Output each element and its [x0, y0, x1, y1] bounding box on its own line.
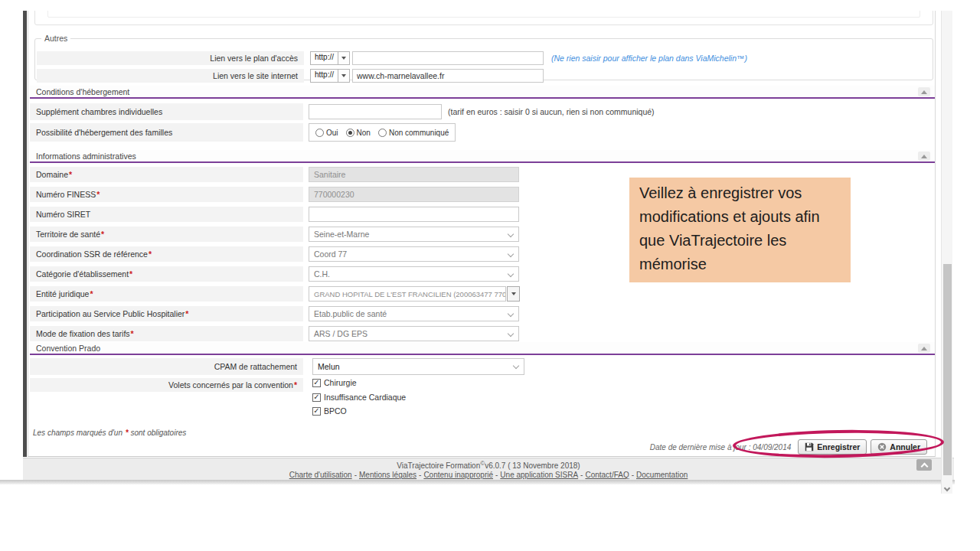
chevron-down-icon — [508, 311, 514, 317]
domaine-value: Sanitaire — [309, 167, 519, 182]
tarifs-label: Mode de fixation des tarifs — [36, 329, 130, 338]
domaine-label: Domaine — [36, 170, 68, 179]
finess-label: Numéro FINESS — [36, 190, 96, 199]
categorie-label: Catégorie d'établissement — [36, 269, 129, 279]
site-internet-label: Lien vers le site internet — [213, 71, 298, 80]
entite-value: GRAND HOPITAL DE L'EST FRANCILIEN (20006… — [309, 286, 506, 302]
link-documentation[interactable]: Documentation — [636, 471, 688, 479]
footer-links: Charte d'utilisation-Mentions légales-Co… — [23, 471, 954, 479]
volet-insuffisance[interactable]: Insuffisance Cardiaque — [312, 393, 406, 402]
checkbox-bpco-icon[interactable] — [312, 407, 321, 416]
cutoff-fieldset — [34, 11, 933, 25]
domaine-label-bar: Domaine* — [30, 167, 303, 182]
volets-label-bar: Volets concernés par la convention* — [30, 378, 303, 392]
categorie-label-bar: Catégorie d'établissement* — [30, 266, 303, 282]
cpam-value: Melun — [318, 362, 340, 371]
radio-oui-label: Oui — [326, 129, 338, 137]
required-marker: * — [101, 230, 104, 239]
site-protocol-dropdown-icon[interactable] — [338, 70, 349, 82]
cancel-button[interactable]: Annuler — [871, 439, 927, 455]
chevron-up-icon — [920, 462, 928, 470]
volet-chirurgie[interactable]: Chirurgie — [312, 378, 357, 387]
link-contenu[interactable]: Contenu inapproprié — [423, 471, 493, 479]
tarifs-label-bar: Mode de fixation des tarifs* — [30, 326, 303, 341]
footer-version: ViaTrajectoire Formation©v6.0.7 ( 13 Nov… — [23, 460, 954, 470]
link-contact-faq[interactable]: Contact/FAQ — [585, 471, 629, 479]
volet-bpco[interactable]: BPCO — [312, 406, 347, 416]
scroll-to-top-button[interactable] — [916, 459, 932, 471]
section-header-prado: Convention Prado — [30, 342, 935, 355]
required-marker: * — [131, 329, 134, 338]
supplement-input[interactable] — [309, 104, 442, 119]
save-floppy-icon — [805, 442, 814, 452]
site-internet-input[interactable] — [352, 69, 544, 83]
plan-access-label: Lien vers le plan d'accès — [210, 54, 298, 63]
radio-option-non[interactable]: Non — [346, 129, 371, 137]
plan-protocol-dropdown-icon[interactable] — [338, 52, 349, 64]
radio-non-communique-icon[interactable] — [378, 129, 387, 137]
required-marker: * — [294, 380, 297, 390]
finess-label-bar: Numéro FINESS* — [30, 187, 303, 202]
link-mentions[interactable]: Mentions légales — [359, 471, 416, 479]
link-charte[interactable]: Charte d'utilisation — [289, 471, 352, 479]
coordination-select[interactable]: Coord 77 — [309, 246, 519, 262]
required-marker: * — [90, 289, 93, 298]
radio-option-non-communique[interactable]: Non communiqué — [378, 129, 449, 137]
chevron-down-icon — [508, 331, 514, 337]
annotation-callout: Veillez à enregistrer vos modifications … — [629, 178, 851, 282]
familles-label-bar: Possibilité d'hébergement des familles — [30, 123, 303, 142]
familles-radio-group: Oui Non Non communiqué — [309, 123, 456, 142]
left-panel-edge — [23, 11, 27, 457]
vertical-scrollbar[interactable] — [941, 11, 952, 494]
required-marker: * — [149, 249, 152, 259]
cpam-select[interactable]: Melun — [312, 358, 524, 375]
cancel-circle-x-icon — [877, 442, 887, 452]
radio-option-oui[interactable]: Oui — [315, 129, 338, 137]
plan-access-input[interactable] — [352, 51, 544, 65]
tarifs-select[interactable]: ARS / DG EPS — [309, 326, 519, 341]
entite-label-bar: Entité juridique* — [30, 286, 303, 302]
scrollbar-thumb[interactable] — [943, 264, 952, 475]
coordination-value: Coord 77 — [314, 249, 347, 259]
link-sisra[interactable]: Une application SISRA — [500, 471, 578, 479]
territoire-value: Seine-et-Marne — [314, 230, 369, 239]
entite-dropdown-icon[interactable] — [507, 286, 520, 302]
territoire-label-bar: Territoire de santé* — [30, 227, 303, 242]
window-bottom-shadow — [0, 480, 955, 484]
participation-select[interactable]: Etab.public de santé — [309, 306, 519, 321]
checkbox-insuffisance-icon[interactable] — [312, 393, 321, 402]
siret-input[interactable] — [309, 207, 519, 222]
supplement-label-bar: Supplément chambres individuelles — [30, 103, 303, 120]
form-controls: Date de dernière mise à jour : 04/09/201… — [650, 439, 927, 455]
categorie-select[interactable]: C.H. — [309, 266, 519, 282]
cancel-button-label: Annuler — [890, 442, 920, 452]
chevron-down-icon — [508, 231, 514, 237]
radio-non-icon[interactable] — [346, 129, 354, 137]
radio-non-communique-label: Non communiqué — [389, 129, 449, 137]
collapse-admin-icon[interactable] — [918, 152, 930, 161]
section-title-hebergement: Conditions d'hébergement — [36, 87, 129, 96]
required-marker: * — [126, 429, 129, 437]
radio-oui-icon[interactable] — [315, 129, 324, 137]
territoire-select[interactable]: Seine-et-Marne — [309, 227, 519, 242]
site-protocol-combo[interactable]: http:// — [310, 69, 350, 83]
scrollbar-down-arrow-icon[interactable] — [944, 485, 950, 491]
categorie-value: C.H. — [314, 269, 330, 279]
chevron-down-icon — [508, 251, 514, 257]
save-button[interactable]: Enregistrer — [798, 439, 867, 455]
section-header-admin: Informations administratives — [30, 150, 935, 163]
collapse-prado-icon[interactable] — [918, 344, 930, 353]
plan-access-note: (Ne rien saisir pour afficher le plan da… — [551, 54, 747, 63]
tarifs-value: ARS / DG EPS — [314, 329, 368, 338]
plan-access-label-bar: Lien vers le plan d'accès — [37, 51, 304, 65]
required-marker: * — [129, 269, 132, 279]
section-autres: Autres Lien vers le plan d'accès http://… — [34, 34, 933, 80]
collapse-hebergement-icon[interactable] — [918, 87, 930, 96]
checkbox-chirurgie-icon[interactable] — [312, 379, 321, 387]
plan-protocol-combo[interactable]: http:// — [310, 51, 350, 65]
siret-label: Numéro SIRET — [36, 210, 90, 219]
participation-value: Etab.public de santé — [314, 309, 387, 318]
section-title-prado: Convention Prado — [36, 344, 100, 353]
coordination-label-bar: Coordination SSR de référence* — [30, 246, 303, 262]
radio-non-label: Non — [357, 129, 371, 137]
